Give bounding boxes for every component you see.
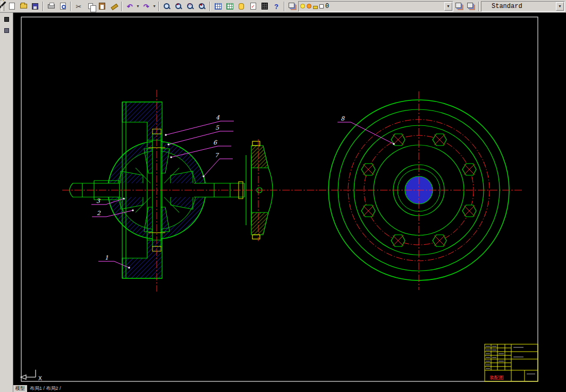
plot-preview-button[interactable] [57, 1, 69, 12]
title-block-entries [486, 346, 535, 374]
redo-arrow-icon [143, 2, 149, 11]
separator [284, 2, 285, 11]
zoom-window-button[interactable]: □ [184, 1, 196, 12]
calculator-icon [261, 3, 268, 10]
save-button[interactable] [29, 1, 41, 12]
paste-button[interactable] [96, 1, 108, 12]
part-label-3: 3 [96, 198, 100, 204]
part-label-4: 4 [216, 114, 220, 121]
tab-model[interactable]: 模型 [13, 385, 27, 392]
style-combo[interactable]: Standard ▼ [481, 1, 565, 12]
part-label-8: 8 [341, 115, 345, 122]
cut-button[interactable] [73, 1, 85, 12]
open-folder-icon [20, 4, 27, 8]
layer-manager-button[interactable] [286, 1, 298, 12]
separator [478, 2, 479, 11]
layer-sheet-icon [455, 3, 461, 8]
main-toolbar: ▼ ▼ + □ ◂ 0 ▼ Standard ▼ [0, 0, 566, 13]
table-tool-button[interactable] [212, 1, 224, 12]
layer-previous-button[interactable] [465, 1, 477, 12]
magnifier-window-icon: □ [187, 3, 194, 10]
gray-square-icon [4, 28, 9, 33]
question-mark-icon [274, 2, 278, 11]
style-combo-arrow[interactable]: ▼ [556, 2, 564, 11]
drawing-canvas[interactable]: 1 2 3 4 5 6 7 8 装配图 [13, 13, 566, 392]
database-icon [239, 3, 244, 10]
copy-icon [88, 3, 93, 9]
part-label-6: 6 [213, 139, 217, 146]
redo-dropdown[interactable]: ▼ [152, 4, 157, 8]
help-button[interactable] [271, 1, 282, 12]
ucs-x-label: X [38, 376, 42, 381]
magnifier-plus-icon: + [175, 3, 182, 10]
copy-button[interactable] [85, 1, 96, 12]
table-grid-icon [215, 3, 222, 10]
layer-combo[interactable]: 0 ▼ [298, 1, 453, 12]
printer-icon [48, 4, 55, 8]
tab-layouts[interactable]: 布局1 / 布局2 / [27, 385, 61, 391]
save-floppy-icon [32, 3, 38, 10]
pen-icon [483, 3, 490, 10]
calculator-button[interactable] [259, 1, 271, 12]
separator [43, 2, 44, 11]
markup-button[interactable] [247, 1, 259, 12]
dock-button-2[interactable] [2, 25, 11, 35]
undo-button[interactable] [124, 1, 136, 12]
markup-sheet-icon [250, 3, 256, 10]
undo-arrow-icon [127, 2, 133, 11]
lightbulb-icon[interactable] [300, 4, 305, 8]
part-label-2: 2 [97, 210, 101, 217]
magnifier-previous-icon: ◂ [198, 3, 206, 10]
zoom-previous-button[interactable]: ◂ [196, 1, 208, 12]
separator [121, 2, 122, 11]
layer-name: 0 [325, 3, 329, 10]
zoom-realtime-button[interactable] [161, 1, 173, 12]
lock-icon[interactable] [313, 6, 318, 9]
sheetset-button[interactable] [224, 1, 235, 12]
title-block: 装配图 [485, 344, 538, 381]
style-name: Standard [492, 3, 522, 10]
zoom-in-button[interactable]: + [173, 1, 184, 12]
layer-color-swatch[interactable] [319, 4, 324, 8]
redo-button[interactable] [140, 1, 152, 12]
brush-icon [111, 3, 117, 10]
title-block-name: 装配图 [489, 375, 504, 380]
part-label-1: 1 [105, 254, 108, 261]
open-button[interactable] [18, 1, 29, 12]
match-properties-button[interactable] [108, 1, 120, 12]
sun-icon[interactable] [307, 4, 311, 8]
part-label-7: 7 [215, 152, 219, 159]
part-label-5: 5 [215, 124, 219, 131]
magnifier-icon [163, 3, 171, 10]
ucs-icon: X [21, 370, 42, 381]
separator [158, 2, 159, 11]
dbconnect-button[interactable] [235, 1, 247, 12]
separator [70, 2, 71, 11]
plot-button[interactable] [45, 1, 57, 12]
undo-dropdown[interactable]: ▼ [136, 4, 140, 8]
scissors-icon [76, 2, 82, 11]
left-toolbar-dock [0, 13, 13, 392]
separator [209, 2, 210, 11]
new-button[interactable] [6, 1, 18, 12]
print-preview-icon [60, 3, 66, 10]
layout-tabbar: 模型 布局1 / 布局2 / [13, 385, 566, 392]
green-grid-icon [226, 3, 233, 10]
layer-previous-icon [467, 3, 473, 8]
make-layer-current-button[interactable] [453, 1, 465, 12]
layer-combo-arrow[interactable]: ▼ [444, 2, 452, 11]
clipboard-icon [99, 3, 105, 10]
new-file-icon [9, 3, 15, 10]
stacked-layers-icon [289, 3, 294, 8]
dark-square-icon [4, 17, 9, 22]
cad-drawing: 1 2 3 4 5 6 7 8 装配图 [13, 13, 566, 392]
dock-button-1[interactable] [2, 14, 11, 24]
